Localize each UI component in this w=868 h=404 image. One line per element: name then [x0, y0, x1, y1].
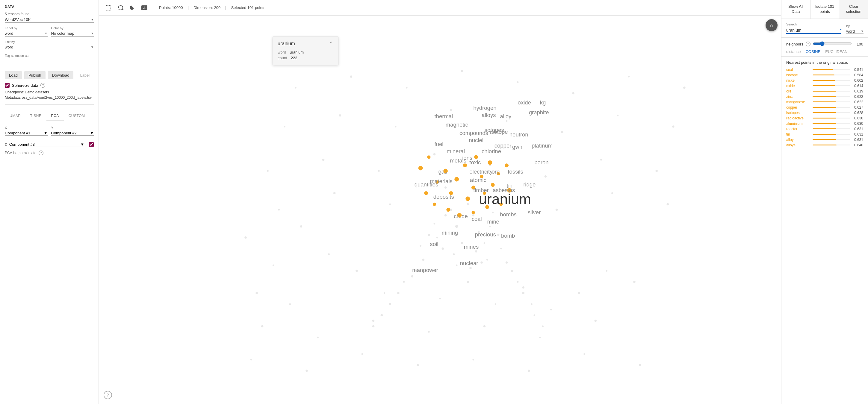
z-axis-checkbox[interactable]: [89, 142, 94, 147]
night-mode-icon[interactable]: [128, 3, 137, 12]
nearest-name[interactable]: alloy: [786, 138, 810, 142]
search-area: Search * by word label index ▼: [781, 19, 868, 38]
svg-point-125: [472, 211, 475, 214]
svg-point-6: [300, 225, 302, 228]
sphereize-help-icon[interactable]: ?: [40, 83, 45, 88]
svg-point-44: [267, 170, 269, 172]
action-buttons: Load Publish Download Label: [5, 71, 94, 79]
nearest-name[interactable]: isotope: [786, 73, 810, 77]
nearest-value: 0.541: [852, 68, 863, 72]
svg-point-106: [454, 177, 459, 182]
svg-point-71: [461, 242, 463, 244]
nearest-row: aluminium0.630: [786, 122, 863, 126]
nearest-name[interactable]: tin: [786, 132, 810, 136]
tooltip-close-icon[interactable]: ⌃: [329, 40, 333, 47]
label-neutron: neutron: [509, 131, 528, 138]
pca-tab-content: X Component #1 ▼ Y Component #2 ▼: [5, 121, 94, 155]
svg-point-122: [433, 203, 436, 206]
color-by-select[interactable]: No color map: [51, 31, 91, 36]
tab-pca[interactable]: PCA: [46, 111, 64, 121]
label-boron: boron: [534, 159, 549, 166]
svg-point-38: [389, 203, 391, 205]
nearest-bar: [813, 101, 836, 102]
show-all-button[interactable]: Show All Data: [781, 0, 810, 19]
nearest-name[interactable]: zinc: [786, 95, 810, 99]
label-magnetic: magnetic: [446, 122, 468, 128]
y-axis-label: Y: [51, 126, 94, 130]
svg-point-36: [278, 209, 280, 211]
svg-point-52: [284, 126, 285, 128]
isolate-button[interactable]: Isolate 101 points: [810, 0, 840, 19]
search-input[interactable]: [786, 27, 839, 33]
nearest-name[interactable]: copper: [786, 105, 810, 109]
nearest-name[interactable]: manganese: [786, 100, 810, 104]
x-axis-select[interactable]: Component #1: [5, 131, 44, 135]
nearest-row: alloy0.631: [786, 138, 863, 142]
canvas-area[interactable]: ions oxide hydrogen graphite thermal all…: [99, 15, 781, 404]
neighbors-label: neighbors: [786, 42, 803, 46]
tab-custom[interactable]: CUSTOM: [64, 111, 90, 121]
pca-help-icon[interactable]: ?: [39, 150, 43, 155]
nearest-name[interactable]: reactor: [786, 127, 810, 131]
neighbors-help-icon[interactable]: ?: [806, 42, 810, 46]
svg-point-19: [606, 270, 608, 272]
tooltip-title: uranium: [278, 41, 295, 46]
nearest-name[interactable]: radioactive: [786, 116, 810, 120]
svg-point-79: [475, 250, 477, 252]
point-cloud-svg[interactable]: ions oxide hydrogen graphite thermal all…: [99, 15, 781, 404]
nearest-name[interactable]: oxide: [786, 84, 810, 88]
nearest-name[interactable]: nickel: [786, 78, 810, 82]
label-fossils: fossils: [508, 168, 523, 175]
label-button: Label: [76, 71, 94, 79]
sphereize-checkbox[interactable]: [5, 83, 9, 88]
cosine-option[interactable]: COSINE: [805, 49, 820, 54]
svg-point-60: [295, 87, 297, 89]
main-area: A Points: 10000 | Dimension: 200 | Selec…: [99, 0, 781, 404]
svg-point-49: [545, 175, 547, 177]
neighbors-slider[interactable]: [813, 41, 852, 46]
tensor-select[interactable]: Word2Vec 10K: [5, 18, 91, 22]
label-uranium-main[interactable]: uranium: [479, 191, 531, 207]
help-button[interactable]: ?: [104, 391, 112, 399]
home-button[interactable]: ⌂: [766, 19, 778, 31]
nearest-name[interactable]: ore: [786, 89, 810, 93]
nearest-bar-wrap: [813, 91, 850, 92]
publish-button[interactable]: Publish: [24, 71, 45, 79]
svg-point-66: [628, 76, 630, 77]
load-button[interactable]: Load: [5, 71, 22, 79]
svg-point-88: [500, 248, 502, 249]
y-axis-select[interactable]: Component #2: [51, 131, 90, 135]
nearest-row: copper0.627: [786, 105, 863, 109]
label-toggle-icon[interactable]: A: [140, 3, 149, 12]
nearest-name[interactable]: aluminium: [786, 122, 810, 126]
nearest-bar-wrap: [813, 80, 850, 81]
label-by-row: Label by word ▼: [5, 26, 48, 36]
svg-point-83: [497, 234, 499, 236]
toolbar-separator: [153, 4, 153, 11]
z-axis-select[interactable]: Component #3: [9, 142, 80, 147]
svg-point-9: [289, 303, 291, 305]
edit-by-select[interactable]: word: [5, 45, 91, 49]
nearest-name[interactable]: coal: [786, 68, 810, 72]
svg-point-90: [434, 223, 435, 225]
label-by-select[interactable]: word: [5, 31, 44, 36]
tab-umap[interactable]: UMAP: [5, 111, 26, 121]
svg-point-47: [433, 153, 435, 155]
tag-input[interactable]: [5, 59, 94, 64]
download-button[interactable]: Download: [48, 71, 74, 79]
pca-note: PCA is approximate. ?: [5, 150, 94, 155]
neighbors-area: neighbors ? 100 distance COSINE EUCLIDEA…: [781, 38, 868, 57]
selection-rect-icon[interactable]: [104, 3, 113, 12]
svg-point-13: [439, 298, 441, 300]
tab-tsne[interactable]: T-SNE: [26, 111, 46, 121]
label-manpower: manpower: [412, 267, 438, 273]
nearest-name[interactable]: isotopes: [786, 111, 810, 115]
svg-point-26: [539, 337, 541, 338]
nearest-name[interactable]: alloys: [786, 143, 810, 147]
label-deposits: deposits: [433, 194, 454, 200]
svg-point-64: [517, 81, 519, 83]
selection-lasso-icon[interactable]: [116, 3, 125, 12]
clear-selection-button[interactable]: Clear selection: [839, 0, 868, 19]
by-select[interactable]: word label index: [846, 29, 861, 34]
euclidean-option[interactable]: EUCLIDEAN: [825, 49, 847, 54]
